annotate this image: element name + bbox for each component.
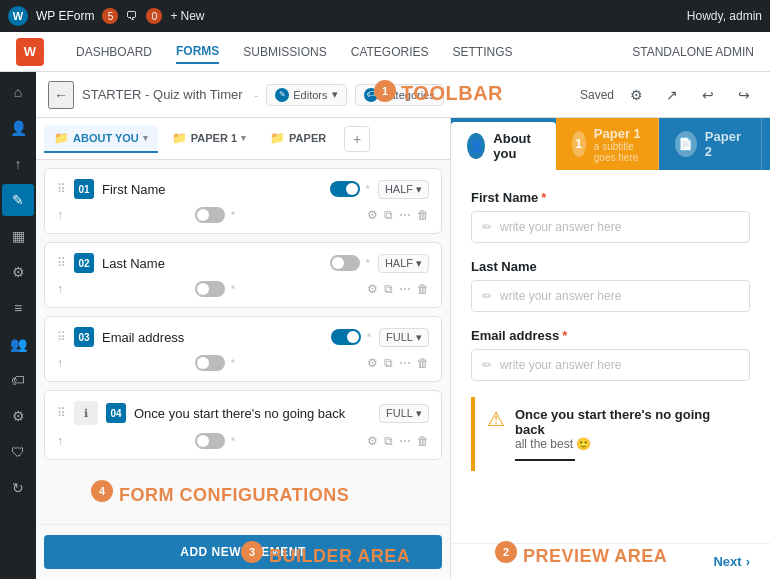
field-toggle-2[interactable]: [330, 255, 360, 271]
nav-settings[interactable]: SETTINGS: [453, 41, 513, 63]
settings-icon-4[interactable]: ⚙: [367, 434, 378, 448]
tab-paper1-chevron: ▾: [241, 133, 246, 143]
toolbar-right: Saved ⚙ ↗ ↩ ↪: [580, 81, 758, 109]
preview-tab-paper1[interactable]: 1 Paper 1 a subtitle goes here: [556, 118, 659, 170]
sidebar-icon-refresh[interactable]: ↻: [2, 472, 34, 504]
field-size-btn-3[interactable]: FULL ▾: [379, 328, 429, 347]
copy-icon-4[interactable]: ⧉: [384, 434, 393, 448]
preview-input-email[interactable]: ✏ write your answer here: [471, 349, 750, 381]
sidebar-icon-settings3[interactable]: ⚙: [2, 400, 34, 432]
sidebar-icon-forms[interactable]: ✎: [2, 184, 34, 216]
delete-icon-3[interactable]: 🗑: [417, 356, 429, 370]
preview-input-first-name[interactable]: ✏ write your answer here: [471, 211, 750, 243]
field-toggle-1b[interactable]: [195, 207, 225, 223]
about-you-avatar: 👤: [467, 133, 485, 159]
field-footer-1: ↑ * ⚙ ⧉: [57, 207, 429, 223]
drag-handle-2[interactable]: ⠿: [57, 256, 66, 270]
sidebar-icon-shield[interactable]: 🛡: [2, 436, 34, 468]
nav-categories[interactable]: CATEGORIES: [351, 41, 429, 63]
tab-paper[interactable]: 📁 PAPER: [260, 125, 336, 153]
pencil-icon-1: ✏: [482, 220, 492, 234]
field-size-btn-1[interactable]: HALF ▾: [378, 180, 429, 199]
undo-btn[interactable]: ↩: [694, 81, 722, 109]
field-name-2: Last Name: [102, 256, 322, 271]
sidebar-icon-settings2[interactable]: ⚙: [2, 256, 34, 288]
sidebar-icon-list[interactable]: ≡: [2, 292, 34, 324]
copy-icon-1[interactable]: ⧉: [384, 208, 393, 222]
settings-icon-1[interactable]: ⚙: [367, 208, 378, 222]
field-asterisk-2: *: [366, 257, 370, 269]
external-link-btn[interactable]: ↗: [658, 81, 686, 109]
settings-icon-btn[interactable]: ⚙: [622, 81, 650, 109]
wp-logo-icon: W: [8, 6, 28, 26]
field-header-1: ⠿ 01 First Name * HALF: [57, 179, 429, 199]
next-label: Next: [713, 554, 741, 569]
drag-handle-1[interactable]: ⠿: [57, 182, 66, 196]
folder-icon-2: 📁: [172, 131, 187, 145]
nav-submissions[interactable]: SUBMISSIONS: [243, 41, 326, 63]
settings-icon-2[interactable]: ⚙: [367, 282, 378, 296]
preview-label-last-name: Last Name: [471, 259, 750, 274]
nav-dashboard[interactable]: DASHBOARD: [76, 41, 152, 63]
field-toggle-4b[interactable]: [195, 433, 225, 449]
tab-about-you[interactable]: 📁 ABOUT YOU ▾: [44, 125, 158, 153]
new-label: New: [180, 9, 204, 23]
arrow-up-icon-3[interactable]: ↑: [57, 356, 63, 370]
tab-paper1[interactable]: 📁 PAPER 1 ▾: [162, 125, 256, 153]
paper1-avatar: 1: [572, 131, 586, 157]
nav-forms[interactable]: FORMS: [176, 40, 219, 64]
redo-btn[interactable]: ↪: [730, 81, 758, 109]
field-sub-2: *: [195, 281, 235, 297]
sidebar-icon-grid[interactable]: ▦: [2, 220, 34, 252]
delete-icon-1[interactable]: 🗑: [417, 208, 429, 222]
layout: ⌂ 👤 ↑ ✎ ▦ ⚙ ≡ 👥 🏷 ⚙ 🛡 ↻ ← STARTER - Quiz…: [0, 72, 770, 579]
new-button[interactable]: + New: [170, 9, 204, 23]
field-toggle-1[interactable]: [330, 181, 360, 197]
copy-icon-2[interactable]: ⧉: [384, 282, 393, 296]
arrow-up-icon-4[interactable]: ↑: [57, 434, 63, 448]
preview-tab-paper2[interactable]: 📄 Paper 2: [659, 118, 762, 170]
size-chevron-2: ▾: [416, 257, 422, 270]
field-toggle-3b[interactable]: [195, 355, 225, 371]
field-size-label-3: FULL: [386, 331, 413, 343]
sidebar-icon-tag[interactable]: 🏷: [2, 364, 34, 396]
more-icon-3[interactable]: ⋯: [399, 356, 411, 370]
field-size-label-4: FULL: [386, 407, 413, 419]
field-size-btn-2[interactable]: HALF ▾: [378, 254, 429, 273]
field-name-1: First Name: [102, 182, 322, 197]
plus-icon: +: [170, 9, 177, 23]
next-button[interactable]: Next ›: [713, 554, 750, 569]
copy-icon-3[interactable]: ⧉: [384, 356, 393, 370]
preview-field-email: Email address * ✏ write your answer here: [471, 328, 750, 381]
settings-icon-3[interactable]: ⚙: [367, 356, 378, 370]
more-icon-1[interactable]: ⋯: [399, 208, 411, 222]
editors-chip[interactable]: ✎ Editors ▾: [266, 84, 346, 106]
arrow-up-icon-2[interactable]: ↑: [57, 282, 63, 296]
sidebar-icon-upload[interactable]: ↑: [2, 148, 34, 180]
arrow-up-icon-1[interactable]: ↑: [57, 208, 63, 222]
add-tab-button[interactable]: +: [344, 126, 370, 152]
field-size-btn-4[interactable]: FULL ▾: [379, 404, 429, 423]
builder-panel: 📁 ABOUT YOU ▾ 📁 PAPER 1 ▾ 📁 PAPER: [36, 118, 451, 579]
first-name-required-star: *: [541, 190, 546, 205]
toggle-knob-4b: [197, 435, 209, 447]
preview-input-last-name[interactable]: ✏ write your answer here: [471, 280, 750, 312]
more-icon-4[interactable]: ⋯: [399, 434, 411, 448]
email-placeholder: write your answer here: [500, 358, 621, 372]
preview-tab-about-you[interactable]: 👤 About you: [451, 122, 556, 170]
more-icon-2[interactable]: ⋯: [399, 282, 411, 296]
field-toggle-2b[interactable]: [195, 281, 225, 297]
sidebar-icon-user[interactable]: 👤: [2, 112, 34, 144]
delete-icon-4[interactable]: 🗑: [417, 434, 429, 448]
sidebar-icon-home[interactable]: ⌂: [2, 76, 34, 108]
about-you-tab-text: About you: [493, 131, 538, 161]
field-num-1: 01: [74, 179, 94, 199]
field-toggle-3[interactable]: [331, 329, 361, 345]
drag-handle-4[interactable]: ⠿: [57, 406, 66, 420]
drag-handle-3[interactable]: ⠿: [57, 330, 66, 344]
delete-icon-2[interactable]: 🗑: [417, 282, 429, 296]
last-name-label-text: Last Name: [471, 259, 537, 274]
back-button[interactable]: ←: [48, 81, 74, 109]
sidebar-icon-people[interactable]: 👥: [2, 328, 34, 360]
field-size-label-1: HALF: [385, 183, 413, 195]
